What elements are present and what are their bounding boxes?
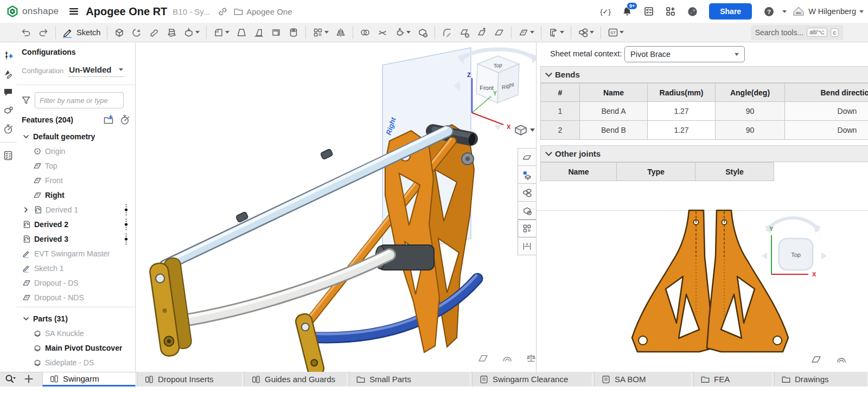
feature-item-main-pivot-dustcover[interactable]: Main Pivot Dustcover xyxy=(16,340,136,355)
flatten-toggle-icon[interactable] xyxy=(810,355,822,364)
configuration-dots-icon[interactable] xyxy=(124,233,128,246)
modify-fillet-icon[interactable] xyxy=(442,27,452,38)
dropdown-caret-icon[interactable] xyxy=(225,31,229,34)
tab-swingarm-clearance[interactable]: Swingarm Clearance xyxy=(472,372,592,386)
feature-item-sideplate-ds[interactable]: Sideplate - DS xyxy=(16,355,136,370)
dropdown-caret-icon[interactable] xyxy=(195,31,200,34)
version-label[interactable]: B10 - Sy... xyxy=(173,7,210,16)
tab-small-parts[interactable]: Small Parts xyxy=(349,372,470,386)
link-icon[interactable] xyxy=(218,7,228,17)
feature-item-right[interactable]: Right xyxy=(16,188,136,202)
dropdown-caret-icon[interactable] xyxy=(620,31,624,34)
tab-fea[interactable]: FEA xyxy=(693,372,773,386)
table-cell[interactable]: Bend A xyxy=(580,102,648,121)
main-menu-icon[interactable] xyxy=(68,6,79,17)
transform-icon[interactable] xyxy=(394,27,411,38)
measure-view-icon[interactable]: A xyxy=(518,237,537,255)
chevron-down-icon[interactable] xyxy=(22,314,30,323)
chevron-right-icon[interactable] xyxy=(22,205,30,214)
dropdown-caret-icon[interactable] xyxy=(530,31,534,34)
chamfer-icon[interactable] xyxy=(236,27,247,38)
view-options-button[interactable] xyxy=(515,125,535,135)
bend-arc-icon[interactable] xyxy=(835,355,847,364)
exploded-view-icon[interactable] xyxy=(518,148,537,166)
flat-pattern-left-plate[interactable] xyxy=(632,210,713,352)
feature-item-dropout-nds[interactable]: Dropout - NDS xyxy=(16,290,136,305)
other-joints-section-header[interactable]: Other joints xyxy=(540,145,868,162)
flat-view-cube[interactable]: Top Y X xyxy=(756,205,832,286)
move-face-icon[interactable] xyxy=(476,27,487,38)
dropdown-caret-icon[interactable] xyxy=(560,31,564,34)
table-cell[interactable]: 90 xyxy=(716,121,785,140)
filter-funnel-icon[interactable] xyxy=(21,95,31,106)
table-cell[interactable]: 2 xyxy=(541,121,580,140)
custom-feature-icon[interactable]: ST xyxy=(608,27,624,38)
comments-panel-icon[interactable] xyxy=(3,87,14,98)
dropdown-caret-icon[interactable] xyxy=(406,31,411,34)
display-states-panel-icon[interactable] xyxy=(3,105,14,116)
thicken-icon[interactable] xyxy=(183,27,200,38)
feature-item-derived-3[interactable]: Derived 3 xyxy=(16,231,136,246)
delete-face-icon[interactable] xyxy=(459,27,470,38)
tab-sa-bom[interactable]: SA BOM xyxy=(594,372,692,386)
onshape-logo[interactable]: onshape xyxy=(7,5,59,17)
revolve-icon[interactable] xyxy=(131,27,142,38)
dropout-plates[interactable] xyxy=(149,257,193,357)
cable-clip-1[interactable] xyxy=(320,149,333,159)
table-cell[interactable]: Bend B xyxy=(580,121,648,140)
versions-icon[interactable]: {✓} xyxy=(597,3,614,20)
configuration-select[interactable]: Un-Welded xyxy=(68,64,124,77)
hole-icon[interactable] xyxy=(288,27,299,38)
configuration-dots-icon[interactable] xyxy=(124,203,128,216)
isometric-view-icon[interactable] xyxy=(518,166,537,184)
extrude-icon[interactable] xyxy=(114,27,125,38)
tasks-checklist-icon[interactable] xyxy=(641,3,657,20)
add-folder-icon[interactable] xyxy=(103,114,114,125)
boolean-icon[interactable] xyxy=(360,27,371,38)
redo-icon[interactable] xyxy=(38,27,49,38)
composite-part-icon[interactable] xyxy=(578,27,594,38)
app-store-grid-icon[interactable] xyxy=(662,3,679,20)
tab-guides-and-guards[interactable]: Guides and Guards xyxy=(244,372,347,386)
plane-tool-icon[interactable] xyxy=(518,27,534,38)
sheet-metal-context-select[interactable]: Pivot Brace xyxy=(624,46,745,62)
bom-panel-icon[interactable] xyxy=(3,150,14,161)
bend-arc-icon[interactable] xyxy=(501,353,513,363)
3d-scene[interactable]: Right xyxy=(136,42,536,372)
dropdown-caret-icon[interactable] xyxy=(590,31,594,34)
breadcrumb[interactable]: Apogee One xyxy=(233,7,292,17)
feature-item-dropout-ds[interactable]: Dropout - DS xyxy=(16,275,136,290)
table-cell[interactable]: 1.27 xyxy=(648,102,716,121)
feature-item-derived-1[interactable]: Derived 1 xyxy=(16,202,136,217)
shell-icon[interactable] xyxy=(271,27,282,38)
chevron-down-icon[interactable] xyxy=(22,132,30,141)
configuration-dots-icon[interactable] xyxy=(124,218,128,231)
configurations-panel-icon[interactable] xyxy=(3,50,14,61)
scale-icon[interactable] xyxy=(525,353,536,363)
feature-item-sa-knuckle[interactable]: SA Knuckle xyxy=(16,326,136,340)
fillet-icon[interactable] xyxy=(213,27,229,38)
feature-item-derived-2[interactable]: Derived 2 xyxy=(16,217,136,231)
tab-dropout-inserts[interactable]: Dropout Inserts xyxy=(137,372,242,386)
tab-drawings[interactable]: Drawings xyxy=(774,372,867,386)
mirror-icon[interactable] xyxy=(335,27,346,38)
search-tabs-icon[interactable] xyxy=(4,373,16,384)
flatten-toggle-icon[interactable] xyxy=(477,353,489,363)
history-panel-icon[interactable] xyxy=(3,124,14,134)
search-tools-field[interactable]: Search tools... alt/⌥ c xyxy=(751,25,843,40)
table-cell[interactable]: Down xyxy=(785,121,868,140)
help-icon[interactable]: ? xyxy=(761,3,777,20)
dropdown-caret-icon[interactable] xyxy=(324,31,329,34)
notifications-bell-icon[interactable]: 9+ xyxy=(619,3,635,20)
add-tab-button[interactable] xyxy=(22,372,36,385)
flat-pattern-view-icon[interactable] xyxy=(518,220,537,237)
table-cell[interactable]: 1.27 xyxy=(648,121,716,140)
feature-item-top[interactable]: Top xyxy=(16,158,136,173)
user-menu[interactable]: WH W Hilgenberg xyxy=(792,5,864,17)
rollback-history-icon[interactable] xyxy=(119,114,130,125)
section-view-icon[interactable] xyxy=(518,184,537,202)
frame-tool-icon[interactable] xyxy=(548,27,564,38)
table-cell[interactable]: Down xyxy=(785,102,868,121)
document-title[interactable]: Apogee One RT xyxy=(86,5,167,18)
model-viewport[interactable]: Right xyxy=(136,42,536,372)
